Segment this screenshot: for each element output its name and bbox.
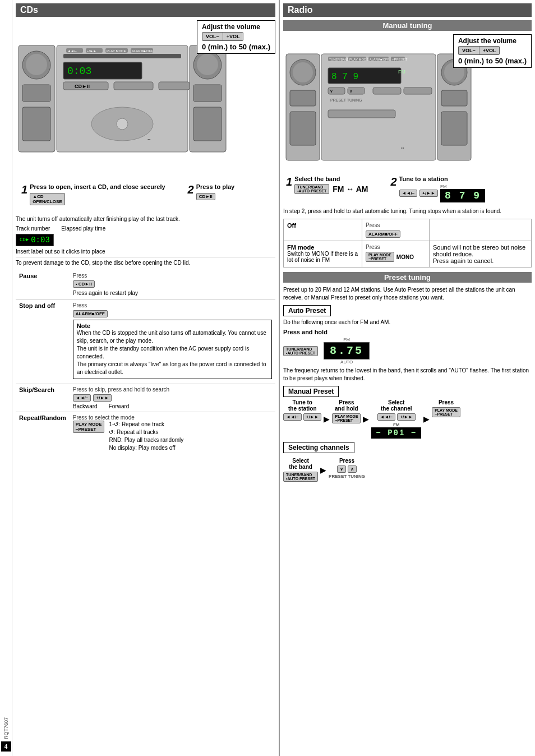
cd-step1-number: 1 bbox=[21, 183, 27, 196]
radio-step2-block: 2 Tune to a station ◄◄/− +/►► FM 8 7 9 bbox=[390, 176, 485, 202]
auto-preset-instruction: Do the following once each for FM and AM… bbox=[283, 319, 532, 326]
selecting-channels-title: Selecting channels bbox=[283, 442, 354, 453]
cd-play-btn[interactable]: CD►II bbox=[196, 193, 215, 200]
manual-preset-press-btn[interactable]: PLAY MODE −PRESET bbox=[432, 407, 460, 417]
radio-off-press: Press bbox=[366, 222, 426, 228]
cd-indicator: CD► bbox=[20, 237, 29, 243]
svg-rect-58 bbox=[328, 110, 395, 118]
cd-stop-label: Stop and off bbox=[16, 300, 70, 384]
page-number: 4 bbox=[1, 741, 11, 752]
cd-track-info-row: Track number Elapsed play time bbox=[16, 225, 275, 232]
manual-preset-step-hold: Pressand hold PLAY MODE −PRESET bbox=[332, 399, 361, 423]
cd-skip-press: Press to skip, press and hold to search bbox=[73, 386, 272, 393]
select-press-step: Press ∨ ∧ PRESET TUNING bbox=[329, 458, 365, 479]
manual-preset-back-btn[interactable]: ◄◄/− bbox=[283, 413, 302, 421]
svg-rect-8 bbox=[193, 85, 222, 102]
track-number-label: Track number bbox=[16, 225, 50, 232]
manual-preset-step-tune: Tune tothe station ◄◄/− +/►► bbox=[283, 399, 321, 421]
svg-rect-37 bbox=[441, 90, 467, 106]
cd-stop-button[interactable]: ALARM■/OFF bbox=[73, 310, 108, 317]
select-up-btn[interactable]: ∧ bbox=[348, 465, 357, 473]
cd-display-value: 0:03 bbox=[31, 236, 50, 245]
cd-vol-plus[interactable]: +VOL bbox=[223, 33, 243, 40]
cd-skip-btn-row: ◄◄/− +/►► bbox=[73, 394, 272, 402]
cd-skip-actions: Press to skip, press and hold to search … bbox=[70, 384, 275, 412]
radio-vol-plus[interactable]: +VOL bbox=[479, 47, 500, 54]
cd-mode-4: No display: Play modes off bbox=[109, 444, 183, 452]
svg-rect-3 bbox=[22, 85, 50, 102]
select-tuning-btns: ∨ ∧ PRESET TUNING bbox=[329, 465, 365, 479]
radio-fm-play-mode-btn[interactable]: PLAY MODE −PRESET bbox=[366, 252, 394, 262]
svg-rect-56 bbox=[373, 87, 401, 94]
svg-text:PRESET TUNING: PRESET TUNING bbox=[330, 98, 362, 102]
svg-text:••: •• bbox=[147, 137, 151, 142]
cd-note-line2: The unit is in the standby condition whe… bbox=[77, 345, 268, 361]
radio-volume-callout: Adjust the volume VOL− +VOL 0 (min.) to … bbox=[453, 34, 532, 68]
radio-vol-box: Adjust the volume VOL− +VOL 0 (min.) to … bbox=[453, 34, 532, 68]
radio-fm-btn-row: PLAY MODE −PRESET MONO bbox=[366, 252, 426, 262]
radio-tune-back-btn[interactable]: ◄◄/− bbox=[399, 190, 418, 197]
select-press-label: Press bbox=[339, 458, 354, 464]
cd-step2-number: 2 bbox=[188, 183, 194, 196]
manual-preset-hold-btn[interactable]: PLAY MODE −PRESET bbox=[332, 413, 361, 423]
select-down-btn[interactable]: ∨ bbox=[337, 465, 346, 473]
svg-text:••: •• bbox=[401, 145, 404, 150]
radio-section-header: Radio bbox=[283, 3, 532, 17]
auto-preset-tuner-btn[interactable]: TUNER/BAND •AUTO PRESET bbox=[283, 346, 318, 356]
manual-preset-select-label: Selectthe channel bbox=[381, 399, 412, 412]
radio-step1-block: 1 Select the band TUNER/BAND •AUTO PRESE… bbox=[286, 176, 368, 202]
svg-text:PLAY MODE: PLAY MODE bbox=[107, 49, 126, 53]
manual-preset-select-fwd-btn[interactable]: +/►► bbox=[397, 413, 416, 421]
cd-pause-button[interactable]: • CD►II bbox=[73, 280, 95, 288]
manual-preset-title: Manual Preset bbox=[283, 386, 339, 397]
manual-preset-fwd-btn[interactable]: +/►► bbox=[303, 413, 322, 421]
manual-tuning-header: Manual tuning bbox=[283, 20, 532, 31]
select-band-btn[interactable]: TUNER/BAND •AUTO PRESET bbox=[283, 472, 318, 482]
auto-preset-section: Auto Preset Do the following once each f… bbox=[283, 305, 532, 382]
auto-preset-controls: TUNER/BAND •AUTO PRESET FM 8.75 AUTO bbox=[283, 337, 532, 365]
cd-pause-label: Pause bbox=[16, 270, 70, 300]
radio-op-fm-mode: FM mode Switch to MONO if there is a lot… bbox=[284, 241, 532, 268]
radio-tune-fwd-btn[interactable]: +/►► bbox=[419, 190, 438, 197]
svg-rect-38 bbox=[441, 112, 467, 145]
radio-tuner-band-btn[interactable]: TUNER/BAND •AUTO PRESET bbox=[294, 184, 329, 194]
cd-vol-buttons[interactable]: VOL− +VOL bbox=[202, 32, 244, 41]
cd-note-line3: The primary circuit is always "live" as … bbox=[77, 361, 268, 376]
step-arrow-1: ▶ bbox=[324, 414, 330, 423]
cd-open-close-btn[interactable]: ▲CDOPEN/CLOSE bbox=[30, 193, 64, 205]
manual-preset-select-back-btn[interactable]: ◄◄/− bbox=[377, 413, 396, 421]
cd-stop-btn-row: ALARM■/OFF bbox=[73, 310, 272, 317]
radio-step2-controls: ◄◄/− +/►► FM 8 7 9 bbox=[399, 184, 485, 202]
svg-rect-32 bbox=[290, 90, 316, 106]
svg-rect-7 bbox=[197, 54, 218, 75]
selecting-channels-steps: Selectthe band TUNER/BAND •AUTO PRESET ▶… bbox=[283, 458, 532, 482]
radio-vol-buttons[interactable]: VOL− +VOL bbox=[458, 46, 500, 55]
cd-repeat-btn[interactable]: PLAY MODE −PRESET bbox=[73, 421, 105, 433]
cd-skip-label: Skip/Search bbox=[16, 384, 70, 412]
cd-stop-note: Note When the CD is stopped the unit als… bbox=[73, 320, 272, 379]
cd-track-display: CD► 0:03 bbox=[16, 234, 54, 246]
cd-device-area: Adjust the volume VOL− +VOL 0 (min.) to … bbox=[16, 20, 275, 211]
radio-freq-display: 8 7 9 bbox=[440, 189, 485, 202]
cd-pause-actions: Press • CD►II Press again to restart pla… bbox=[70, 270, 275, 300]
radio-off-alarm-btn[interactable]: ALARM■/OFF bbox=[366, 231, 400, 238]
cd-stop-press: Press bbox=[73, 302, 272, 308]
cd-mode-3: RND: Play all tracks randomly bbox=[109, 436, 183, 444]
manual-preset-tune-label: Tune tothe station bbox=[288, 399, 317, 412]
press-hold-label: Press and hold bbox=[283, 329, 532, 335]
svg-text:◄◄/−: ◄◄/− bbox=[67, 49, 77, 53]
svg-text:ALARM■/OFF: ALARM■/OFF bbox=[132, 49, 153, 53]
preset-tuning-header: Preset tuning bbox=[283, 272, 532, 283]
cd-note-line1: When the CD is stopped the unit also tur… bbox=[77, 329, 268, 345]
manual-preset-steps: Tune tothe station ◄◄/− +/►► ▶ Pressand … bbox=[283, 399, 532, 439]
svg-text:ALARM■/OFF: ALARM■/OFF bbox=[370, 58, 389, 61]
radio-vol-minus[interactable]: VOL− bbox=[459, 47, 479, 54]
radio-off-press-col: Press ALARM■/OFF bbox=[362, 219, 430, 241]
cd-operations-table: Pause Press • CD►II Press again to resta… bbox=[16, 270, 275, 454]
cd-skip-fwd-btn[interactable]: +/►► bbox=[93, 394, 112, 402]
radio-step-indicators: 1 Select the band TUNER/BAND •AUTO PRESE… bbox=[286, 176, 485, 202]
cd-volume-label: Adjust the volume bbox=[202, 23, 270, 31]
cd-vol-minus[interactable]: VOL− bbox=[202, 33, 223, 40]
cd-skip-back-btn[interactable]: ◄◄/− bbox=[73, 394, 91, 402]
radio-fm-press: Press bbox=[366, 244, 426, 250]
